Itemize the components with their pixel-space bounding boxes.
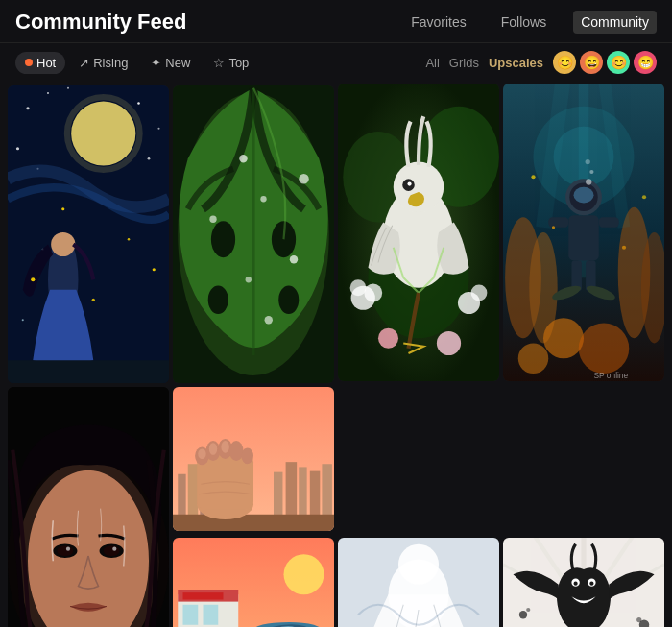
header: Community Feed Favorites Follows Communi… bbox=[0, 0, 672, 43]
svg-point-184 bbox=[589, 582, 593, 586]
svg-rect-124 bbox=[274, 472, 282, 519]
svg-point-27 bbox=[239, 155, 247, 162]
svg-point-137 bbox=[198, 449, 205, 460]
image-grid: SP online bbox=[0, 82, 672, 627]
nav-community[interactable]: Community bbox=[573, 11, 657, 34]
svg-point-147 bbox=[104, 546, 120, 557]
filter-all[interactable]: All bbox=[425, 56, 439, 70]
image-giant-feet[interactable] bbox=[173, 387, 334, 531]
svg-point-183 bbox=[574, 582, 578, 586]
svg-point-5 bbox=[137, 102, 140, 105]
svg-point-117 bbox=[552, 226, 555, 229]
filter-new[interactable]: ✦ New bbox=[141, 52, 200, 74]
svg-point-1 bbox=[71, 101, 135, 165]
svg-point-87 bbox=[364, 284, 382, 302]
svg-point-112 bbox=[586, 179, 591, 184]
new-icon: ✦ bbox=[151, 56, 161, 70]
svg-point-28 bbox=[260, 196, 266, 202]
svg-point-173 bbox=[398, 544, 439, 585]
svg-rect-126 bbox=[299, 467, 306, 519]
svg-rect-156 bbox=[204, 605, 219, 625]
svg-point-98 bbox=[579, 324, 630, 374]
svg-point-104 bbox=[574, 187, 594, 204]
image-retro-car[interactable] bbox=[173, 538, 334, 627]
image-diver[interactable]: SP online bbox=[503, 84, 664, 381]
emoji-1[interactable]: 😊 bbox=[553, 51, 576, 74]
svg-point-17 bbox=[31, 277, 35, 281]
emoji-2[interactable]: 😄 bbox=[580, 51, 603, 74]
svg-point-11 bbox=[61, 207, 64, 210]
image-girl-night[interactable] bbox=[8, 85, 169, 383]
emoji-4[interactable]: 😁 bbox=[634, 51, 657, 74]
svg-point-146 bbox=[57, 546, 73, 557]
svg-point-91 bbox=[437, 331, 461, 355]
svg-point-16 bbox=[51, 232, 75, 256]
filter-bar: Hot ↗ Rising ✦ New ☆ Top All Grids Upsca… bbox=[0, 43, 672, 82]
svg-point-25 bbox=[208, 286, 228, 314]
svg-point-86 bbox=[350, 279, 367, 296]
svg-point-136 bbox=[241, 447, 253, 464]
svg-point-138 bbox=[209, 443, 217, 455]
svg-rect-107 bbox=[599, 217, 619, 228]
svg-point-23 bbox=[211, 221, 235, 257]
filter-hot[interactable]: Hot bbox=[15, 52, 65, 74]
svg-rect-128 bbox=[322, 464, 332, 519]
nav-favorites[interactable]: Favorites bbox=[403, 11, 474, 34]
svg-rect-127 bbox=[310, 471, 321, 519]
svg-point-99 bbox=[518, 344, 549, 374]
filter-right: All Grids Upscales 😊 😄 😊 😁 bbox=[425, 51, 657, 74]
image-woman-portrait[interactable] bbox=[8, 387, 169, 627]
filter-upscales[interactable]: Upscales bbox=[489, 56, 543, 70]
header-nav: Favorites Follows Community bbox=[403, 11, 657, 34]
svg-text:SP online: SP online bbox=[594, 371, 629, 380]
svg-point-33 bbox=[265, 316, 273, 324]
svg-point-118 bbox=[622, 246, 626, 250]
svg-rect-105 bbox=[568, 215, 599, 260]
rising-icon: ↗ bbox=[79, 56, 89, 70]
image-ink-dragon[interactable]: SP online bbox=[503, 538, 664, 627]
svg-point-32 bbox=[246, 277, 252, 282]
svg-point-186 bbox=[526, 608, 530, 612]
svg-rect-125 bbox=[286, 462, 298, 519]
hot-icon bbox=[25, 59, 33, 66]
svg-point-135 bbox=[229, 441, 244, 461]
svg-point-89 bbox=[471, 285, 488, 301]
svg-rect-20 bbox=[8, 360, 169, 383]
nav-follows[interactable]: Follows bbox=[493, 11, 554, 34]
filter-grids[interactable]: Grids bbox=[449, 56, 479, 70]
top-icon: ☆ bbox=[213, 56, 225, 70]
svg-point-90 bbox=[378, 328, 398, 349]
svg-point-29 bbox=[299, 174, 309, 184]
svg-point-6 bbox=[157, 128, 159, 130]
svg-rect-129 bbox=[173, 515, 334, 531]
svg-point-7 bbox=[16, 147, 19, 150]
svg-point-115 bbox=[531, 175, 535, 179]
svg-point-19 bbox=[22, 319, 24, 321]
image-abstract-white[interactable] bbox=[338, 538, 499, 627]
svg-point-185 bbox=[519, 611, 527, 618]
svg-point-26 bbox=[278, 286, 299, 314]
emoji-row: 😊 😄 😊 😁 bbox=[553, 51, 657, 74]
image-parrot[interactable] bbox=[338, 84, 499, 381]
svg-point-139 bbox=[221, 441, 228, 453]
svg-point-9 bbox=[148, 157, 151, 160]
svg-rect-155 bbox=[183, 605, 199, 625]
svg-point-113 bbox=[589, 170, 593, 174]
svg-rect-122 bbox=[188, 464, 199, 519]
svg-point-31 bbox=[290, 255, 298, 263]
emoji-3[interactable]: 😊 bbox=[607, 51, 630, 74]
svg-point-116 bbox=[642, 195, 646, 199]
filter-left: Hot ↗ Rising ✦ New ☆ Top bbox=[15, 52, 258, 74]
filter-top[interactable]: ☆ Top bbox=[204, 52, 258, 74]
svg-point-4 bbox=[47, 92, 49, 94]
image-monstera-leaf[interactable] bbox=[173, 85, 334, 383]
page-title: Community Feed bbox=[15, 10, 186, 35]
filter-rising[interactable]: ↗ Rising bbox=[69, 52, 137, 74]
svg-point-149 bbox=[112, 547, 116, 551]
svg-point-12 bbox=[128, 238, 131, 241]
svg-point-188 bbox=[636, 617, 641, 622]
svg-rect-106 bbox=[548, 217, 568, 228]
svg-point-148 bbox=[66, 547, 70, 551]
svg-point-14 bbox=[153, 268, 156, 271]
svg-point-84 bbox=[407, 182, 411, 186]
